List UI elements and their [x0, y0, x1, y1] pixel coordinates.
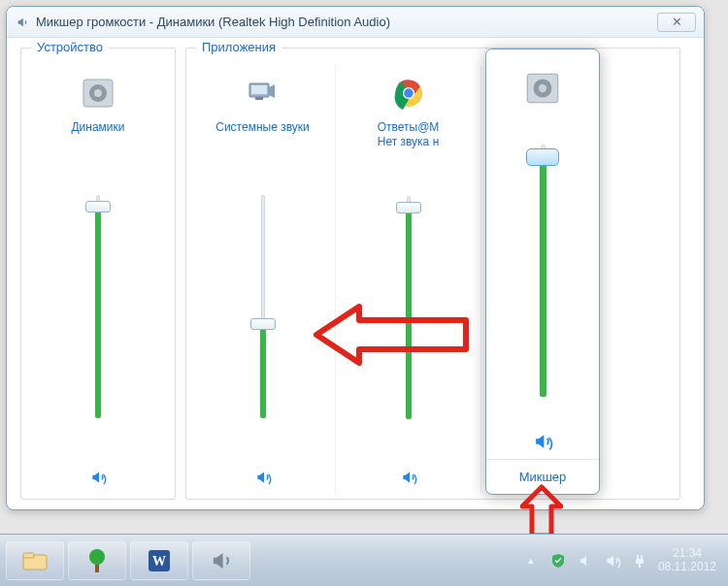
volume-slider-master[interactable] — [526, 145, 559, 397]
flyout-speaker-icon[interactable] — [522, 63, 563, 114]
channel-device: Динамики — [25, 66, 171, 493]
mute-button-system-sounds[interactable] — [251, 466, 275, 489]
svg-rect-26 — [636, 559, 644, 564]
svg-rect-4 — [251, 85, 267, 94]
channel-chrome: Ответы@M Нет звука н — [336, 66, 481, 493]
group-device: Устройство Динамики — [20, 48, 176, 500]
svg-rect-24 — [637, 555, 639, 559]
mute-button-device[interactable] — [86, 466, 110, 489]
svg-rect-27 — [639, 564, 641, 568]
close-icon: ✕ — [672, 15, 682, 29]
svg-point-16 — [539, 84, 546, 92]
svg-text:W: W — [152, 554, 166, 569]
system-sounds-icon[interactable] — [244, 70, 282, 116]
svg-point-8 — [404, 88, 414, 98]
taskbar-app-explorer[interactable] — [6, 541, 64, 580]
tray-speaker-1-icon[interactable] — [577, 552, 594, 570]
tray-shield-icon[interactable] — [549, 552, 567, 570]
svg-rect-19 — [23, 553, 34, 558]
system-tray: ▴ 21:34 08.11.2012 — [522, 547, 722, 572]
volume-slider-system-sounds[interactable] — [250, 195, 276, 418]
group-device-title: Устройство — [31, 40, 109, 54]
volume-mixer-window: Микшер громкости - Динамики (Realtek Hig… — [6, 6, 705, 510]
taskbar: W ▴ 21:34 08.11.2012 — [0, 534, 728, 586]
clock-date: 08.11.2012 — [658, 561, 716, 573]
channel-label: Ответы@M Нет звука н — [374, 116, 444, 149]
close-button[interactable]: ✕ — [657, 13, 696, 32]
window-title: Микшер громкости - Динамики (Realtek Hig… — [36, 15, 657, 29]
open-mixer-link[interactable]: Микшер — [486, 460, 599, 494]
device-speaker-icon[interactable] — [79, 70, 117, 116]
chrome-icon[interactable] — [392, 70, 425, 116]
tray-power-icon[interactable] — [631, 552, 648, 570]
speaker-icon — [15, 15, 30, 30]
mute-button-master[interactable] — [529, 428, 556, 455]
svg-point-2 — [94, 89, 102, 97]
tray-clock[interactable]: 21:34 08.11.2012 — [658, 547, 716, 572]
tray-expand-icon[interactable]: ▴ — [522, 552, 540, 570]
channel-label: Системные звуки — [212, 116, 313, 147]
svg-point-21 — [89, 549, 105, 565]
volume-slider-device[interactable] — [85, 195, 111, 418]
channel-label: Динамики — [67, 116, 128, 147]
clock-time: 21:34 — [658, 547, 716, 560]
svg-rect-5 — [255, 97, 263, 100]
titlebar[interactable]: Микшер громкости - Динамики (Realtek Hig… — [7, 7, 704, 38]
group-applications: Приложения Системные звуки — [185, 48, 680, 500]
channel-system-sounds: Системные звуки — [190, 66, 336, 493]
mute-button-chrome[interactable] — [397, 466, 420, 489]
tray-volume-icon[interactable] — [604, 552, 621, 570]
taskbar-app-volume-mixer[interactable] — [192, 541, 250, 580]
volume-slider-chrome[interactable] — [396, 196, 421, 419]
svg-rect-25 — [641, 555, 643, 559]
taskbar-app-tree[interactable] — [68, 541, 126, 580]
group-apps-title: Приложения — [196, 40, 281, 54]
taskbar-app-word[interactable]: W — [130, 541, 188, 580]
volume-flyout: Микшер — [485, 49, 600, 495]
